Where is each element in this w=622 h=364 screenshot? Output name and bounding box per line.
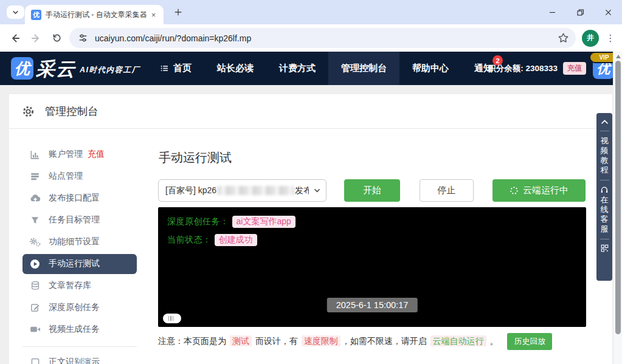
status-label: 当前状态： — [167, 235, 212, 246]
scrollbar-thumb[interactable] — [615, 61, 621, 334]
sidebar-item-6[interactable]: 文章暂存库 — [22, 275, 137, 297]
navbar-menu: 首页站长必读计费方式管理控制台帮助中心通知2 — [147, 52, 505, 85]
bookmark-star-icon[interactable] — [556, 32, 570, 45]
new-tab-button[interactable] — [171, 5, 185, 19]
logo-text[interactable]: 采云 — [36, 57, 76, 82]
screen: 优 手动运行测试 - 自动文章采集器 × — [0, 0, 622, 364]
forward-button[interactable] — [26, 28, 46, 49]
select-value-prefix: [百家号] kp26 — [165, 185, 216, 196]
qr-code-icon[interactable] — [601, 244, 609, 252]
customer-service-link[interactable]: 在线客服 — [601, 195, 609, 234]
tab-title: 手动运行测试 - 自动文章采集器 — [46, 10, 148, 20]
browser-toolbar: ucaiyun.com/caiji/run/?domain=kp26lf.mp … — [0, 24, 622, 52]
nav-item-1[interactable]: 站长必读 — [204, 52, 266, 85]
restore-icon — [576, 9, 584, 16]
note-plain-text: 而设计，有 — [253, 336, 300, 346]
nav-item-4[interactable]: 帮助中心 — [399, 52, 461, 85]
plus-icon — [174, 8, 182, 16]
site-favicon: 优 — [31, 10, 41, 20]
play-icon — [29, 258, 41, 270]
nav-item-2[interactable]: 计费方式 — [266, 52, 328, 85]
sidebar-item-9[interactable]: 正文识别演示 — [22, 351, 137, 364]
sidebar-item-0[interactable]: 账户管理充值 — [22, 143, 137, 165]
address-bar[interactable]: ucaiyun.com/caiji/run/?domain=kp26lf.mp — [69, 28, 576, 48]
close-button[interactable] — [594, 0, 622, 24]
logo-tagline: AI时代内容工厂 — [80, 65, 140, 75]
url-text[interactable]: ucaiyun.com/caiji/run/?domain=kp26lf.mp — [95, 33, 556, 43]
stop-button[interactable]: 停止 — [420, 179, 474, 202]
browser-tab[interactable]: 优 手动运行测试 - 自动文章采集器 × — [25, 5, 164, 24]
sidebar-item-label: 发布接口配置 — [49, 193, 100, 204]
cloud-running-button[interactable]: 云端运行中 — [492, 179, 586, 202]
sidebar-item-4[interactable]: 功能细节设置 — [22, 231, 137, 253]
sidebar-item-7[interactable]: 深度原创任务 — [22, 297, 137, 318]
sidebar-item-5[interactable]: 手动运行测试 — [22, 254, 137, 274]
browser-profile-avatar[interactable]: 井 — [582, 30, 599, 47]
history-replay-button[interactable]: 历史回放 — [507, 333, 552, 350]
site-info-icon[interactable] — [78, 33, 88, 43]
logo-square[interactable]: 优 — [11, 57, 33, 80]
sidebar-item-8[interactable]: 视频生成任务 — [22, 318, 137, 340]
minimize-button[interactable] — [538, 0, 566, 24]
close-icon — [604, 9, 612, 16]
headset-icon[interactable] — [600, 185, 609, 194]
floating-toolbar: 视频教程 在线客服 — [596, 113, 612, 281]
nav-item-0[interactable]: 首页 — [147, 52, 204, 85]
task-label: 深度原创任务： — [167, 216, 229, 227]
console-timestamp: 2025-6-1 15:00:17 — [327, 298, 418, 312]
sidebar-item-2[interactable]: 发布接口配置 — [22, 187, 137, 209]
nav-item-3[interactable]: 管理控制台 — [328, 52, 399, 85]
user-avatar-wrap: 优 VIP — [593, 58, 614, 79]
edit-icon — [29, 302, 41, 314]
nav-item-label: 首页 — [173, 63, 192, 74]
note-plain-text: 注意：本页面是为 — [158, 336, 229, 346]
gears-icon — [29, 236, 41, 248]
sidebar-item-label: 站点管理 — [49, 171, 83, 182]
sidebar-divider — [22, 346, 137, 347]
sidebar-recharge-link[interactable]: 充值 — [88, 149, 105, 160]
reload-button[interactable] — [46, 28, 67, 49]
forward-icon — [30, 33, 41, 44]
video-tutorial-link[interactable]: 视频教程 — [601, 136, 609, 175]
page-scrollbar[interactable] — [613, 52, 622, 364]
back-to-top-icon[interactable] — [601, 118, 609, 125]
grip-icon — [168, 316, 174, 321]
sidebar-item-label: 任务目标管理 — [49, 215, 100, 225]
sidebar-item-3[interactable]: 任务目标管理 — [22, 209, 137, 231]
run-console: 深度原创任务： ai文案写作app 当前状态： 创建成功 2025-6-1 15… — [158, 207, 586, 327]
back-icon — [10, 33, 21, 44]
cloud-running-label: 云端运行中 — [523, 185, 568, 196]
funnel-icon — [29, 215, 41, 226]
recharge-badge[interactable]: 充值 — [563, 62, 586, 75]
reload-icon — [52, 33, 62, 43]
nav-item-label: 站长必读 — [217, 63, 254, 74]
console-toggle[interactable] — [163, 314, 181, 323]
note-highlight: 测试 — [230, 335, 252, 346]
sidebar-item-label: 视频生成任务 — [49, 324, 100, 335]
account-select[interactable]: [百家号] kp26 发布 — [158, 179, 327, 202]
status-badge: 创建成功 — [215, 234, 257, 246]
console-line-task: 深度原创任务： ai文案写作app — [167, 216, 577, 228]
card-header: 管理控制台 — [9, 94, 612, 129]
balance-text: 积分余额: 2308333 — [488, 63, 558, 74]
start-button[interactable]: 开始 — [344, 179, 400, 202]
back-button[interactable] — [5, 28, 26, 49]
tab-search-button[interactable] — [7, 5, 24, 19]
sidebar-item-1[interactable]: 站点管理 — [22, 165, 137, 187]
browser-menu-icon[interactable]: ⋮ — [604, 30, 617, 47]
divider — [600, 239, 609, 239]
divider — [600, 131, 609, 131]
browser-tab-strip: 优 手动运行测试 - 自动文章采集器 × — [0, 0, 622, 24]
restore-button[interactable] — [566, 0, 594, 24]
console-line-status: 当前状态： 创建成功 — [167, 234, 577, 246]
task-badge: ai文案写作app — [232, 216, 295, 228]
tab-close-icon[interactable]: × — [148, 10, 159, 20]
window-controls — [538, 0, 622, 24]
chart-icon — [29, 149, 41, 160]
note-text: 注意：本页面是为 测试 而设计，有 速度限制，如需不限速，请开启 云端自动运行 … — [158, 336, 498, 347]
sidebar-item-label: 正文识别演示 — [49, 357, 100, 364]
cloud-icon — [29, 193, 41, 204]
navbar-right: 积分余额: 2308333 充值 优 VIP — [488, 52, 614, 85]
nav-item-label: 管理控制台 — [341, 63, 387, 74]
scroll-up-arrow[interactable] — [616, 55, 621, 58]
